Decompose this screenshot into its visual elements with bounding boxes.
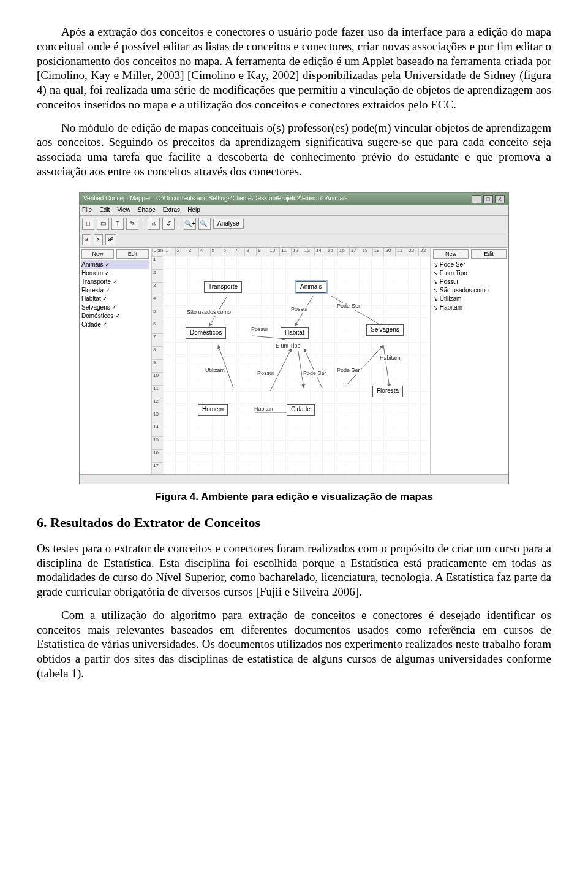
menu-edit[interactable]: Edit xyxy=(99,207,110,215)
svg-line-5 xyxy=(218,345,233,388)
node-animais[interactable]: Animais xyxy=(296,281,326,293)
ruler-tick: 9 xyxy=(152,359,163,372)
subtool-a2[interactable]: a² xyxy=(105,234,116,245)
ruler-tick: 4 xyxy=(198,248,210,256)
left-panel: New Edit Animais ✓ Homem ✓ Transporte ✓ … xyxy=(80,248,151,474)
right-edit-button[interactable]: Edit xyxy=(471,249,507,259)
menu-extras[interactable]: Extras xyxy=(163,207,180,215)
applet-title-text: Verified Concept Mapper - C:\Documents a… xyxy=(83,195,347,203)
ruler-tick: 20 xyxy=(383,248,395,256)
edge-label: Possui xyxy=(290,306,309,313)
tool-undo-icon[interactable]: ⎌ xyxy=(148,218,160,230)
ruler-tick: 16 xyxy=(337,248,349,256)
paragraph-2: No módulo de edição de mapas conceituais… xyxy=(37,121,551,179)
right-list-item[interactable]: ↘ Pode Ser xyxy=(433,260,507,269)
toolbar-separator xyxy=(143,218,143,229)
ruler-tick: 3 xyxy=(152,282,163,295)
ruler-tick: 8 xyxy=(244,248,256,256)
ruler-tick: 5 xyxy=(210,248,222,256)
ruler-tick: 10 xyxy=(152,372,163,385)
left-list-item[interactable]: Homem ✓ xyxy=(81,269,149,278)
node-floresta[interactable]: Floresta xyxy=(372,386,403,397)
tool-redo-icon[interactable]: ↺ xyxy=(162,218,175,230)
svg-line-10 xyxy=(383,345,390,388)
right-list-item[interactable]: ↘ Possui xyxy=(433,278,507,286)
ruler-tick: 13 xyxy=(152,411,163,424)
tool-save-icon[interactable]: ⌶ xyxy=(111,218,124,230)
right-list-item[interactable]: ↘ Utilizam xyxy=(433,295,507,303)
applet-body: New Edit Animais ✓ Homem ✓ Transporte ✓ … xyxy=(80,248,508,474)
ruler-tick: 15 xyxy=(152,436,163,449)
right-list-item[interactable]: ↘ Habitam xyxy=(433,303,507,312)
window-maximize-button[interactable]: □ xyxy=(483,195,493,203)
svg-line-6 xyxy=(270,348,292,391)
left-list: Animais ✓ Homem ✓ Transporte ✓ Floresta … xyxy=(81,260,149,473)
ruler-tick: 17 xyxy=(349,248,361,256)
menu-shape[interactable]: Shape xyxy=(138,207,156,215)
ruler-tick: 19 xyxy=(372,248,384,256)
left-new-button[interactable]: New xyxy=(81,249,114,259)
edge-label: Pode Ser xyxy=(336,367,361,374)
right-list-item[interactable]: ↘ É um Tipo xyxy=(433,269,507,278)
ruler-tick: 14 xyxy=(152,424,163,436)
edge-label: Pode-Ser xyxy=(336,303,361,310)
section-6-heading: 6. Resultados do Extrator de Conceitos xyxy=(37,514,551,531)
applet-toolbar: □ ▭ ⌶ ✎ ⎌ ↺ 🔍+ 🔍- Analyse xyxy=(80,216,508,232)
window-minimize-button[interactable]: _ xyxy=(472,195,481,203)
ruler-tick: 0cm xyxy=(152,248,164,256)
subtool-a[interactable]: a xyxy=(82,234,91,245)
ruler-tick: 12 xyxy=(291,248,303,256)
ruler-tick: 7 xyxy=(152,333,163,346)
node-selvagens[interactable]: Selvagens xyxy=(366,324,404,336)
node-cidade[interactable]: Cidade xyxy=(287,404,315,416)
toolbar-separator xyxy=(179,218,179,229)
left-list-item[interactable]: Cidade ✓ xyxy=(81,321,149,329)
left-list-item[interactable]: Selvagens ✓ xyxy=(81,303,149,312)
tool-open-icon[interactable]: ▭ xyxy=(97,218,109,230)
edge-label: São usados como xyxy=(186,309,232,316)
ruler-tick: 1 xyxy=(152,256,163,269)
left-list-item[interactable]: Domésticos ✓ xyxy=(81,312,149,321)
edge-label: Habitam xyxy=(253,406,276,412)
ruler-tick: 6 xyxy=(152,321,163,333)
node-transporte[interactable]: Transporte xyxy=(204,281,242,293)
menu-view[interactable]: View xyxy=(117,207,130,215)
left-edit-button[interactable]: Edit xyxy=(116,249,149,259)
analyse-button[interactable]: Analyse xyxy=(213,219,244,229)
left-list-item[interactable]: Animais ✓ xyxy=(81,260,149,269)
ruler-tick: 11 xyxy=(279,248,291,256)
menu-help[interactable]: Help xyxy=(187,207,200,215)
ruler-tick: 18 xyxy=(361,248,372,256)
concept-map-canvas[interactable]: 0cm 1 2 3 4 5 6 7 8 9 10 11 12 13 14 15 xyxy=(151,248,431,474)
paragraph-3: Os testes para o extrator de conceitos e… xyxy=(37,541,551,599)
subtool-x[interactable]: x xyxy=(94,234,103,245)
node-habitat[interactable]: Habitat xyxy=(281,327,309,339)
ruler-tick: 16 xyxy=(152,449,163,462)
tool-edit-icon[interactable]: ✎ xyxy=(126,218,138,230)
applet-titlebar: Verified Concept Mapper - C:\Documents a… xyxy=(80,193,508,205)
left-list-item[interactable]: Transporte ✓ xyxy=(81,278,149,286)
svg-line-8 xyxy=(347,345,383,385)
right-list-item[interactable]: ↘ São usados como xyxy=(433,286,507,295)
left-list-item[interactable]: Habitat ✓ xyxy=(81,295,149,303)
edge-label: Possui xyxy=(256,370,275,377)
tool-zoom-out-icon[interactable]: 🔍- xyxy=(198,218,211,230)
tool-new-icon[interactable]: □ xyxy=(82,218,94,230)
ruler-tick: 13 xyxy=(303,248,314,256)
ruler-tick: 10 xyxy=(268,248,279,256)
ruler-tick: 9 xyxy=(256,248,268,256)
applet-subtoolbar: a x a² xyxy=(80,232,508,248)
paragraph-4: Com a utilização do algoritmo para extra… xyxy=(37,608,551,681)
applet-statusbar xyxy=(80,474,508,484)
menu-file[interactable]: File xyxy=(82,207,92,215)
window-close-button[interactable]: X xyxy=(495,195,505,203)
ruler-tick: 3 xyxy=(187,248,198,256)
edge-label: Utilizam xyxy=(204,367,226,374)
node-domesticos[interactable]: Domésticos xyxy=(186,327,226,339)
ruler-tick: 14 xyxy=(314,248,326,256)
left-list-item[interactable]: Floresta ✓ xyxy=(81,286,149,295)
node-homem[interactable]: Homem xyxy=(198,404,228,416)
tool-zoom-in-icon[interactable]: 🔍+ xyxy=(184,218,196,230)
right-new-button[interactable]: New xyxy=(433,249,469,259)
figure-4-caption: Figura 4. Ambiente para edição e visuali… xyxy=(37,490,551,503)
